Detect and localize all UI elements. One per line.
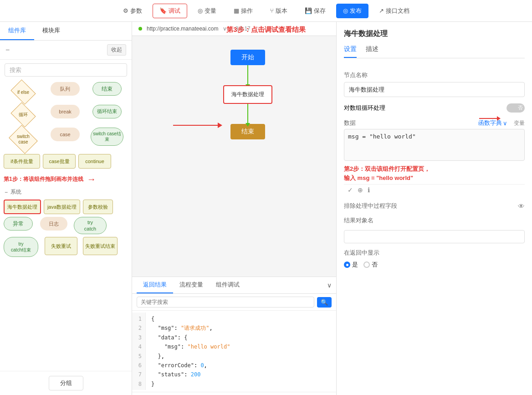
minus-icon: − <box>5 46 10 54</box>
publish-label: 发布 <box>350 7 362 15</box>
code-search-button[interactable]: 🔍 <box>317 297 332 308</box>
arrow-head-2 <box>246 123 250 127</box>
bottom-tabs: 返回结果 流程变量 组件调试 ∨ <box>132 277 336 294</box>
debug-label: 调试 <box>169 7 180 15</box>
params-icon: ⚙ <box>123 7 128 14</box>
check-icon[interactable]: ✓ <box>348 186 353 194</box>
variable-button[interactable]: ◎ 变量 <box>191 4 223 18</box>
radio-yes[interactable]: 是 <box>344 261 358 269</box>
node-name-input[interactable] <box>344 82 525 97</box>
dict-link[interactable]: 函数字典 ∨ <box>478 119 507 127</box>
tab-settings[interactable]: 设置 <box>344 45 357 58</box>
tab-return-result[interactable]: 返回结果 <box>137 277 173 293</box>
comp-fail-retry[interactable]: 失败重试 <box>45 237 77 255</box>
grid-row-1: if else 队列 结束 <box>4 82 128 102</box>
info-icon[interactable]: ℹ <box>368 186 370 194</box>
comp-switch-case[interactable]: switchcase <box>4 128 43 151</box>
radio-no-label: 否 <box>372 261 378 269</box>
debug-icon: 🔖 <box>159 7 167 14</box>
chevron-down-icon[interactable]: ∨ <box>327 282 332 289</box>
code-line-1: { <box>151 314 331 323</box>
system-row-3: trycatch结束 失败重试 失败重试结束 <box>4 237 128 257</box>
step2-line1: 第2步：双击该组件打开配置页， <box>344 164 525 174</box>
code-editor[interactable]: msg = "hello world" <box>344 129 525 161</box>
show-in-return-label: 在返回中显示 <box>344 249 379 256</box>
comp-if-batch[interactable]: if条件批量 <box>4 154 40 169</box>
tab-component-library[interactable]: 组件库 <box>0 22 34 40</box>
comp-hainiu-process-selected[interactable]: 海牛数据处理 <box>4 200 41 214</box>
node-end-label: 结束 <box>241 128 254 135</box>
code-search-input[interactable] <box>137 297 314 308</box>
comp-param-validate[interactable]: 参数校验 <box>83 200 113 214</box>
url-chevron[interactable]: ∨ <box>223 26 227 32</box>
comp-try-catch[interactable]: trycatch <box>74 217 107 234</box>
comp-java-process[interactable]: java数据处理 <box>44 200 80 214</box>
comp-queue[interactable]: 队列 <box>46 82 85 102</box>
var-label: 变量 <box>514 119 525 127</box>
right-panel-title: 海牛数据处理 <box>344 29 525 39</box>
variable-icon: ◎ <box>198 7 203 14</box>
loop-row: 对数组循环处理 <box>344 103 525 113</box>
loop-label: 对数组循环处理 <box>344 104 385 112</box>
tab-description[interactable]: 描述 <box>366 45 379 58</box>
node-start-label: 开始 <box>241 53 254 61</box>
api-doc-icon: ↗ <box>379 7 384 14</box>
component-grid-top: if else 队列 结束 循环 <box>0 80 132 173</box>
publish-button[interactable]: ◎ 发布 <box>336 4 368 18</box>
comp-break[interactable]: break <box>46 105 85 125</box>
tab-component-debug[interactable]: 组件调试 <box>210 277 246 293</box>
operation-icon: ▦ <box>234 7 239 14</box>
comp-case-batch[interactable]: case批量 <box>43 154 76 169</box>
data-label: 数据 <box>344 119 356 127</box>
system-minus-icon[interactable]: − <box>5 189 8 195</box>
code-line-2: "msg": "请求成功", <box>151 323 331 333</box>
version-icon: ⑂ <box>270 7 274 14</box>
result-name-label: 结果对象名 <box>344 216 525 225</box>
version-label: 版本 <box>276 7 287 15</box>
comp-if-else[interactable]: if else <box>4 82 43 102</box>
zoom-icon[interactable]: ⊕ <box>358 186 363 194</box>
code-line-8: } <box>151 380 331 389</box>
radio-group: 是 否 <box>344 261 525 269</box>
right-tabs: 设置 描述 <box>344 45 525 58</box>
search-input[interactable] <box>5 63 127 77</box>
node-start[interactable]: 开始 <box>230 50 265 65</box>
result-name-input[interactable] <box>344 230 525 243</box>
operation-label: 操作 <box>241 7 253 15</box>
save-button[interactable]: 💾 保存 <box>298 4 332 18</box>
node-process-label: 海牛数据处理 <box>231 91 264 97</box>
comp-exception[interactable]: 异常 <box>4 217 33 231</box>
api-doc-button[interactable]: ↗ 接口文档 <box>372 4 416 18</box>
tab-flow-variable[interactable]: 流程变量 <box>173 277 210 293</box>
editor-toolbar: ✓ ⊕ ℹ <box>344 184 525 195</box>
comp-switch-case-end[interactable]: switch case结束 <box>87 128 127 151</box>
radio-no-indicator <box>363 262 370 268</box>
comp-log[interactable]: 日志 <box>40 217 67 231</box>
eye-icon[interactable]: 👁 <box>518 202 525 210</box>
collapse-button[interactable]: 收起 <box>107 44 126 56</box>
step2-annotation: 第2步：双击该组件打开配置页， 输入 msg = "hello world" <box>344 164 525 182</box>
comp-loop[interactable]: 循环 <box>4 105 43 125</box>
step1-area: 第1步：将该组件拖到画布并连线 → <box>0 173 132 186</box>
comp-loop-end[interactable]: 循环结束 <box>87 105 127 125</box>
comp-case[interactable]: case <box>46 128 85 151</box>
loop-toggle[interactable] <box>506 103 525 113</box>
comp-try-catch-end[interactable]: trycatch结束 <box>4 237 38 257</box>
debug-button[interactable]: 🔖 调试 <box>153 4 187 18</box>
node-process[interactable]: 海牛数据处理 <box>223 85 272 104</box>
params-button[interactable]: ⚙ 参数 <box>116 4 149 18</box>
right-panel: 海牛数据处理 设置 描述 节点名称 对数组循环处理 数据 函数字典 ∨ 变量 <box>336 22 532 395</box>
comp-fail-retry-end[interactable]: 失败重试结束 <box>83 237 118 255</box>
search-box <box>0 60 132 80</box>
operation-button[interactable]: ▦ 操作 <box>227 4 260 18</box>
group-button[interactable]: 分组 <box>49 376 83 390</box>
code-content: { "msg": "请求成功", "data": { "msg": "hello… <box>146 313 336 390</box>
radio-no[interactable]: 否 <box>363 261 378 269</box>
radio-yes-indicator <box>344 262 350 268</box>
tab-module-library[interactable]: 模块库 <box>34 22 68 40</box>
comp-continue[interactable]: continue <box>78 154 111 169</box>
version-button[interactable]: ⑂ 版本 <box>263 4 294 18</box>
arrow-1 <box>247 65 248 85</box>
code-line-7: "status": 200 <box>151 370 331 379</box>
comp-end[interactable]: 结束 <box>87 82 127 102</box>
